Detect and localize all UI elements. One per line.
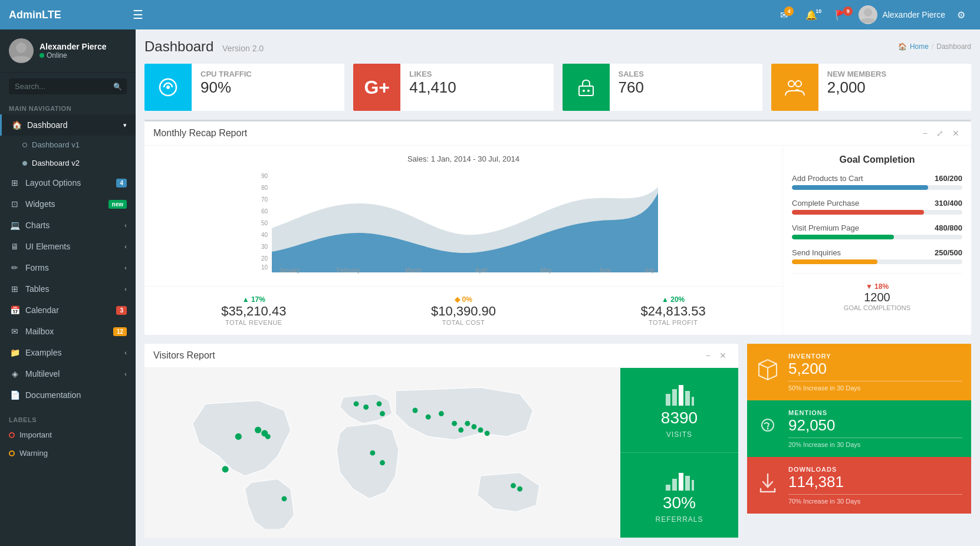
svg-point-8	[795, 81, 801, 87]
svg-text:May: May	[541, 267, 552, 274]
visitors-minimize-button[interactable]: −	[703, 350, 713, 361]
page-title-area: Dashboard Version 2.0	[144, 38, 264, 55]
widget-inventory: INVENTORY 5,200 50% Increase in 30 Days	[747, 344, 971, 400]
sidebar-item-widgets[interactable]: ⊡ Widgets new	[0, 193, 136, 215]
sidebar-user-name: Alexander Pierce	[40, 42, 107, 51]
mail-icon-btn[interactable]: ✉ 4	[774, 6, 794, 24]
sales-icon	[563, 64, 610, 111]
profit-value: $24,813.53	[573, 304, 774, 319]
svg-point-37	[452, 421, 457, 426]
sidebar-item-mailbox[interactable]: ✉ Mailbox 12	[0, 321, 136, 342]
ui-icon: 🖥	[9, 242, 21, 251]
svg-text:40: 40	[261, 232, 268, 238]
sidebar-item-ui[interactable]: 🖥 UI Elements ‹	[0, 236, 136, 257]
monthly-report-box: Monthly Recap Report − ⤢ ✕ Sales: 1 Jan,…	[144, 120, 971, 335]
svg-point-7	[788, 81, 794, 87]
svg-text:20: 20	[261, 255, 268, 262]
labels-section-label: LABELS	[0, 412, 136, 426]
svg-point-5	[583, 90, 585, 92]
widgets-icon: ⊡	[9, 199, 21, 209]
user-menu[interactable]: Alexander Pierce	[859, 5, 945, 24]
cpu-label: CPU TRAFFIC	[200, 70, 336, 78]
svg-point-32	[377, 401, 382, 406]
svg-point-40	[471, 424, 476, 429]
goal-item-0: Add Products to Cart 160/200	[792, 174, 962, 190]
sidebar-item-dashboard-v1[interactable]: Dashboard v1	[0, 136, 136, 154]
label-important[interactable]: Important	[0, 426, 136, 444]
inventory-content: INVENTORY 5,200 50% Increase in 30 Days	[788, 353, 962, 392]
sidebar-item-forms[interactable]: ✏ Forms ‹	[0, 257, 136, 278]
svg-text:June: June	[598, 267, 611, 274]
info-boxes: CPU TRAFFIC 90% G+ LIKES 41,410	[144, 64, 971, 111]
info-box-members: NEW MEMBERS 2,000	[771, 64, 971, 111]
members-icon	[771, 64, 818, 111]
svg-text:February: February	[337, 267, 360, 274]
sidebar-item-charts[interactable]: 💻 Charts ‹	[0, 215, 136, 236]
notifications-icon-btn[interactable]: 🔔 10	[800, 6, 823, 24]
svg-point-59	[767, 427, 769, 429]
svg-point-3	[166, 85, 170, 89]
widget-downloads: DOWNLOADS 114,381 70% Increase in 30 Day…	[747, 457, 971, 514]
flags-badge: 9	[843, 6, 853, 16]
svg-text:60: 60	[261, 208, 268, 215]
svg-point-35	[426, 415, 431, 420]
sidebar-item-tables[interactable]: ⊞ Tables ‹	[0, 278, 136, 300]
likes-info: LIKES 41,410	[400, 64, 553, 111]
info-box-sales: SALES 760	[563, 64, 762, 111]
members-info: NEW MEMBERS 2,000	[818, 64, 971, 111]
sidebar-item-multilevel[interactable]: ◈ Multilevel ‹	[0, 363, 136, 384]
online-dot	[40, 53, 44, 58]
circle-icon	[22, 143, 27, 147]
visits-value: 8390	[661, 409, 698, 427]
right-widgets: INVENTORY 5,200 50% Increase in 30 Days	[747, 344, 971, 538]
home-icon: 🏠	[898, 42, 907, 51]
goal-name-3: Send Inquiries	[792, 248, 841, 257]
goal-stat-value: 1200	[844, 291, 910, 304]
app-wrapper: AdminLTE ☰ ✉ 4 🔔 10 🚩 9	[0, 0, 980, 546]
cpu-info: CPU TRAFFIC 90%	[192, 64, 344, 111]
flags-icon-btn[interactable]: 🚩 9	[829, 6, 853, 24]
map-area	[144, 368, 620, 538]
label-warning[interactable]: Warning	[0, 444, 136, 462]
likes-label: LIKES	[409, 70, 544, 78]
sidebar-item-examples[interactable]: 📁 Examples ‹	[0, 342, 136, 363]
charts-icon: 💻	[9, 221, 21, 230]
visitors-close-button[interactable]: ✕	[716, 350, 729, 361]
gear-icon[interactable]: ⚙	[951, 6, 971, 24]
sidebar-item-documentation[interactable]: 📄 Documentation	[0, 384, 136, 406]
sidebar-item-dashboard[interactable]: 🏠 Dashboard ▾	[0, 114, 136, 136]
expand-button[interactable]: ⤢	[933, 127, 946, 139]
members-label: NEW MEMBERS	[827, 70, 962, 78]
svg-point-43	[511, 483, 516, 488]
chart-subtitle: Sales: 1 Jan, 2014 - 30 Jul, 2014	[153, 154, 774, 163]
svg-point-44	[517, 486, 522, 492]
svg-text:80: 80	[261, 185, 268, 191]
search-input[interactable]	[9, 78, 127, 94]
likes-icon: G+	[353, 64, 400, 111]
mentions-desc: 20% Increase in 30 Days	[788, 441, 962, 448]
revenue-change: ▲ 17%	[153, 295, 354, 304]
svg-rect-52	[692, 397, 694, 406]
cost-value: $10,390.90	[363, 304, 564, 319]
inventory-value: 5,200	[788, 360, 962, 378]
logo: AdminLTE	[9, 9, 133, 21]
sales-info: SALES 760	[610, 64, 762, 111]
goal-count-2: 480/800	[935, 223, 962, 232]
svg-text:10: 10	[261, 264, 268, 271]
sidebar-toggle[interactable]: ☰	[133, 8, 143, 22]
chart-section: Sales: 1 Jan, 2014 - 30 Jul, 2014 90 80 …	[144, 146, 782, 335]
monthly-chart-svg: 90 80 70 60 50 40 30 20 10	[153, 169, 774, 275]
sidebar-item-dashboard-v2[interactable]: Dashboard v2	[0, 154, 136, 172]
goal-stat-label: GOAL COMPLETIONS	[844, 304, 910, 311]
referrals-bar-icon	[665, 467, 694, 491]
dashboard-icon: 🏠	[11, 120, 22, 130]
progress-bar-3	[792, 259, 962, 264]
progress-bar-0	[792, 185, 962, 190]
svg-point-1	[16, 42, 27, 53]
close-button[interactable]: ✕	[949, 127, 962, 139]
breadcrumb-home[interactable]: Home	[910, 42, 929, 51]
minimize-button[interactable]: −	[920, 127, 930, 139]
svg-point-41	[478, 427, 484, 433]
sidebar-item-layout[interactable]: ⊞ Layout Options 4	[0, 172, 136, 193]
sidebar-item-calendar[interactable]: 📅 Calendar 3	[0, 300, 136, 321]
